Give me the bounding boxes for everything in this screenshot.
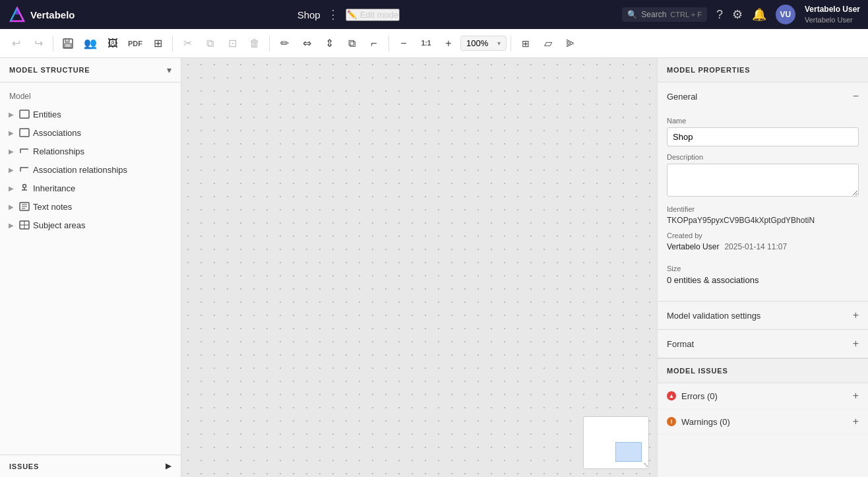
logo[interactable]: Vertabelo <box>8 5 75 24</box>
layers-button[interactable]: ⧉ <box>341 33 362 54</box>
cut-button[interactable]: ✂ <box>177 33 198 54</box>
error-icon: ▲ <box>667 391 676 400</box>
delete-button[interactable]: 🗑 <box>244 33 265 54</box>
sidebar-item-label-associations: Associations <box>33 128 174 138</box>
model-validation-expand-button[interactable]: + <box>853 309 859 321</box>
model-menu-button[interactable]: ⋮ <box>327 7 339 22</box>
sidebar-item-associations[interactable]: ▶ Associations <box>0 123 181 142</box>
model-validation-section: Model validation settings + <box>658 302 868 330</box>
canvas-area[interactable]: ⤡ <box>181 58 657 477</box>
align-h-button[interactable]: ⇔ <box>296 33 317 54</box>
issues-footer-label: ISSUES <box>9 462 39 470</box>
sidebar-item-association-relationships[interactable]: ▶ Association relationships <box>0 160 181 179</box>
right-panel-title: MODEL PROPERTIES <box>658 58 868 82</box>
avatar[interactable]: VU <box>776 5 795 24</box>
settings-button[interactable]: ⚙ <box>732 7 743 22</box>
redo-button[interactable]: ↪ <box>28 33 49 54</box>
tree-arrow-assoc-rel: ▶ <box>7 165 16 174</box>
search-label: Search <box>641 10 666 19</box>
zoom-in-button[interactable]: + <box>438 33 459 54</box>
sidebar-item-inheritance[interactable]: ▶ Inheritance <box>0 179 181 197</box>
zoom-level-display[interactable]: 100% ▾ <box>460 36 507 51</box>
errors-expand-button[interactable]: + <box>853 390 859 402</box>
align-v-button[interactable]: ⇕ <box>319 33 340 54</box>
topbar-right: 🔍 Search CTRL + F ? ⚙ 🔔 VU Vertabelo Use… <box>622 5 860 24</box>
sidebar-item-label-assoc-rel: Association relationships <box>33 165 174 175</box>
zoom-out-button[interactable]: − <box>393 33 414 54</box>
sidebar-item-label-inheritance: Inheritance <box>33 183 174 193</box>
edit-mode-button[interactable]: ✏️ Edit mode <box>346 9 400 21</box>
sidebar-item-relationships[interactable]: ▶ Relationships <box>0 142 181 160</box>
identifier-label: Identifier <box>667 205 859 213</box>
issues-footer[interactable]: ISSUES ▶ <box>0 455 181 477</box>
user-info: Vertabelo User Vertabelo User <box>805 5 860 24</box>
save-button[interactable] <box>57 33 78 54</box>
minimap-toggle-button[interactable]: ▱ <box>538 33 559 54</box>
share-button[interactable]: 👥 <box>80 33 101 54</box>
size-label: Size <box>667 265 859 272</box>
inheritance-icon <box>18 182 30 194</box>
sidebar-item-entities[interactable]: ▶ Entities <box>0 105 181 123</box>
format-expand-button[interactable]: + <box>853 338 859 350</box>
sidebar-item-subject-areas[interactable]: ▶ Subject areas <box>0 216 181 234</box>
warnings-expand-button[interactable]: + <box>853 416 859 428</box>
minimap[interactable]: ⤡ <box>583 416 649 469</box>
tree-arrow-associations: ▶ <box>7 128 16 137</box>
user-sub: Vertabelo User <box>805 15 860 24</box>
paste-button[interactable]: ⊡ <box>222 33 243 54</box>
created-by-label: Created by <box>667 232 859 239</box>
right-panel: MODEL PROPERTIES General − Name Descript… <box>657 58 868 477</box>
general-collapse-button[interactable]: − <box>853 90 859 102</box>
svg-rect-7 <box>20 110 29 118</box>
grid-toggle-button[interactable]: ⊞ <box>515 33 536 54</box>
minimap-resize-handle[interactable]: ⤡ <box>642 462 648 468</box>
image-export-button[interactable]: 🖼 <box>102 33 123 54</box>
description-textarea[interactable] <box>667 164 859 197</box>
layout-button[interactable]: ⊞ <box>147 33 168 54</box>
description-field-label: Description <box>667 153 859 161</box>
edit-mode-toggle[interactable]: ✏ <box>274 33 295 54</box>
pencil-icon: ✏️ <box>347 10 357 19</box>
tree-arrow-entities: ▶ <box>7 110 16 119</box>
entities-icon <box>18 108 30 120</box>
general-section-label: General <box>667 92 697 102</box>
undo-button[interactable]: ↩ <box>5 33 26 54</box>
tree-arrow-text-notes: ▶ <box>7 202 16 211</box>
format-header[interactable]: Format + <box>658 330 868 358</box>
sidebar-item-label-subject-areas: Subject areas <box>33 220 174 230</box>
toolbar-separator-3 <box>269 36 270 51</box>
main-layout: MODEL STRUCTURE ▾ Model ▶ Entities ▶ Ass… <box>0 58 868 477</box>
search-shortcut: CTRL + F <box>670 11 702 18</box>
svg-rect-6 <box>65 44 71 48</box>
search-box[interactable]: 🔍 Search CTRL + F <box>622 7 707 22</box>
zoom-value: 100% <box>466 38 488 48</box>
copy-button[interactable]: ⧉ <box>199 33 220 54</box>
sidebar-item-text-notes[interactable]: ▶ Text notes <box>0 197 181 216</box>
general-section-content: Name Description Identifier TKOPpaY95pyx… <box>658 110 868 301</box>
tree-arrow-inheritance: ▶ <box>7 183 16 193</box>
format-label: Format <box>667 339 694 349</box>
logo-icon <box>8 5 26 24</box>
general-section-header[interactable]: General − <box>658 82 868 110</box>
name-input[interactable] <box>667 127 859 146</box>
svg-point-9 <box>23 185 26 188</box>
main-toolbar: ↩ ↪ 👥 🖼 PDF ⊞ ✂ ⧉ ⊡ 🗑 ✏ ⇔ ⇕ ⧉ ⌐ − 1:1 + … <box>0 29 868 58</box>
zoom-fit-button[interactable]: 1:1 <box>416 33 437 54</box>
relationships-icon <box>18 145 30 157</box>
warnings-label: Warnings (0) <box>681 417 730 427</box>
left-sidebar: MODEL STRUCTURE ▾ Model ▶ Entities ▶ Ass… <box>0 58 181 477</box>
help-button[interactable]: ? <box>716 8 723 22</box>
model-validation-header[interactable]: Model validation settings + <box>658 302 868 329</box>
panel-toggle-button[interactable]: ⫸ <box>560 33 581 54</box>
pdf-export-button[interactable]: PDF <box>125 33 146 54</box>
text-notes-icon <box>18 201 30 212</box>
size-value: 0 entities & associations <box>667 275 859 285</box>
minimap-viewport <box>615 442 642 462</box>
sidebar-collapse-button[interactable]: ▾ <box>167 65 171 75</box>
save-icon <box>62 38 74 49</box>
corner-button[interactable]: ⌐ <box>363 33 385 54</box>
notifications-button[interactable]: 🔔 <box>752 7 766 22</box>
tree-arrow-subject-areas: ▶ <box>7 220 16 230</box>
warnings-row[interactable]: ! Warnings (0) + <box>658 409 868 435</box>
errors-row[interactable]: ▲ Errors (0) + <box>658 383 868 409</box>
